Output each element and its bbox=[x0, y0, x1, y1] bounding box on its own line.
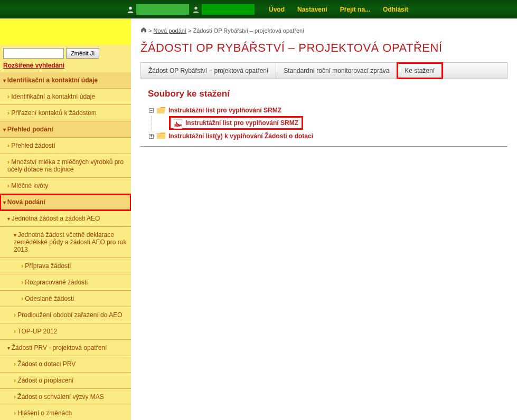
nav-nastaveni[interactable]: Nastavení bbox=[291, 6, 334, 13]
file-tree: − Instruktážní list pro vyplňování SRMZ … bbox=[140, 104, 507, 142]
top-bar: Úvod Nastavení Přejít na... Odhlásit bbox=[0, 0, 517, 18]
nav-jednotna-sub[interactable]: Jednotná žádost včetně deklarace zeměděl… bbox=[0, 227, 131, 258]
pdf-icon: PDF bbox=[174, 119, 182, 127]
topbar-user-section bbox=[4, 0, 255, 18]
nav-prodlouzeni[interactable]: Prodloužení období zařazení do AEO bbox=[0, 307, 131, 323]
breadcrumb: > Nová podání > Žádosti OP Rybářství – p… bbox=[140, 24, 507, 41]
nav-ident-header[interactable]: Identifikační a kontaktní údaje bbox=[0, 72, 131, 89]
tab-stazeni[interactable]: Ke stažení bbox=[397, 63, 443, 79]
nav-prv-header[interactable]: Žádosti PRV - projektová opatření bbox=[0, 340, 131, 356]
tree-file-1-label: Instruktážní list pro vyplňování SRMZ bbox=[185, 119, 298, 127]
breadcrumb-sep2: > bbox=[186, 27, 193, 34]
user-icon bbox=[127, 6, 134, 13]
tree-folder-2-label: Instruktážní list(y) k vyplňování Žádost… bbox=[168, 132, 313, 140]
folder-icon bbox=[157, 132, 165, 140]
tree-toggle-plus-icon[interactable]: + bbox=[149, 134, 154, 139]
breadcrumb-current: Žádosti OP Rybářství – projektová opatře… bbox=[193, 27, 304, 34]
svg-point-1 bbox=[194, 6, 197, 9]
breadcrumb-nova[interactable]: Nová podání bbox=[154, 27, 186, 34]
topbar-nav: Úvod Nastavení Přejít na... Odhlásit bbox=[262, 0, 415, 18]
breadcrumb-sep1: > bbox=[148, 27, 153, 34]
nav-prv-hlaseni[interactable]: Hlášení o změnách bbox=[0, 405, 131, 420]
home-icon[interactable] bbox=[140, 27, 148, 34]
nav-priprava[interactable]: Příprava žádosti bbox=[0, 258, 131, 274]
nav-prehled-item1[interactable]: Přehled žádostí bbox=[0, 138, 131, 154]
tree-folder-1-label: Instruktážní list pro vyplňování SRMZ bbox=[168, 107, 281, 114]
sidebar: Změnit JI Rozšířené vyhledání Identifika… bbox=[0, 18, 131, 420]
tree-folder-1[interactable]: − Instruktážní list pro vyplňování SRMZ bbox=[149, 104, 507, 116]
tree-folder-2[interactable]: + Instruktážní list(y) k vyplňování Žádo… bbox=[149, 130, 507, 142]
tree-toggle-minus-icon[interactable]: − bbox=[149, 108, 154, 113]
nav-odeslane[interactable]: Odeslané žádosti bbox=[0, 291, 131, 307]
nav-prehled-item2[interactable]: Množství mléka z mléčných výrobků pro úč… bbox=[0, 154, 131, 178]
nav-jednotna-header[interactable]: Jednotná žádost a žádosti AEO bbox=[0, 211, 131, 227]
search-input[interactable] bbox=[3, 48, 64, 59]
nav-odhlasit[interactable]: Odhlásit bbox=[377, 6, 415, 13]
tab-zprava[interactable]: Standardní roční monitorovací zpráva bbox=[276, 63, 397, 79]
sidebar-header bbox=[0, 18, 131, 45]
user-icon bbox=[192, 6, 200, 13]
nav-prehled-item3[interactable]: Mléčné kvóty bbox=[0, 178, 131, 194]
search-row: Změnit JI bbox=[0, 45, 131, 62]
tree-file-1-highlight: PDF Instruktážní list pro vyplňování SRM… bbox=[169, 116, 303, 130]
nav-prehled-header[interactable]: Přehled podání bbox=[0, 121, 131, 138]
advanced-search-link[interactable]: Rozšířené vyhledání bbox=[0, 62, 131, 72]
folder-open-icon bbox=[157, 107, 165, 114]
nav-nova-header[interactable]: Nová podání bbox=[0, 194, 131, 211]
user-block-2 bbox=[192, 4, 255, 15]
nav-topup[interactable]: TOP-UP 2012 bbox=[0, 323, 131, 340]
nav-prejit[interactable]: Přejít na... bbox=[334, 6, 377, 13]
svg-text:PDF: PDF bbox=[174, 123, 182, 127]
nav-prv-vyzvy[interactable]: Žádost o schválení výzvy MAS bbox=[0, 389, 131, 405]
content-area: > Nová podání > Žádosti OP Rybářství – p… bbox=[131, 18, 517, 420]
tree-divider bbox=[140, 146, 507, 147]
nav-prv-dotaci[interactable]: Žádost o dotaci PRV bbox=[0, 356, 131, 373]
tree-file-1[interactable]: PDF Instruktážní list pro vyplňování SRM… bbox=[174, 119, 298, 127]
tab-bar: Žádost OP Rybářství – projektová opatřen… bbox=[140, 62, 507, 79]
user-field-2 bbox=[202, 4, 255, 15]
tab-zadost[interactable]: Žádost OP Rybářství – projektová opatřen… bbox=[141, 63, 276, 79]
svg-point-0 bbox=[129, 6, 131, 9]
page-title: ŽÁDOSTI OP RYBÁŘSTVÍ – PROJEKTOVÁ OPATŘE… bbox=[140, 41, 507, 62]
nav-uvod[interactable]: Úvod bbox=[262, 6, 291, 13]
change-ji-button[interactable]: Změnit JI bbox=[66, 48, 99, 59]
nav-ident-item2[interactable]: Přiřazení kontaktů k žádostem bbox=[0, 105, 131, 121]
nav-ident-item1[interactable]: Identifikační a kontaktní údaje bbox=[0, 89, 131, 105]
user-field-1 bbox=[136, 4, 189, 15]
nav-prv-proplaceni[interactable]: Žádost o proplacení bbox=[0, 373, 131, 389]
nav-rozprac[interactable]: Rozpracované žádosti bbox=[0, 274, 131, 291]
user-block-1 bbox=[127, 4, 189, 15]
sub-title: Soubory ke stažení bbox=[140, 79, 507, 104]
